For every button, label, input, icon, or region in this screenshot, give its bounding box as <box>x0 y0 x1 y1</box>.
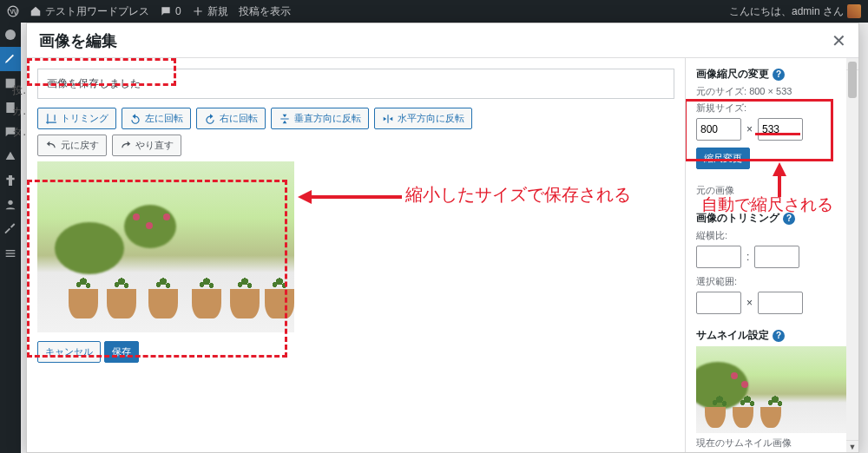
original-size: 元のサイズ: 800 × 533 <box>696 85 848 98</box>
avatar <box>847 4 861 18</box>
new-content-link[interactable]: 新規 <box>192 4 228 19</box>
help-icon[interactable]: ? <box>783 213 795 225</box>
ratio-separator: : <box>746 251 749 263</box>
comments-link[interactable]: 0 <box>160 5 181 17</box>
save-button[interactable]: 保存 <box>104 341 139 363</box>
aspect-inputs: : <box>696 246 848 268</box>
dimension-separator: × <box>746 297 753 309</box>
selection-height-input[interactable] <box>758 292 803 314</box>
aspect-label: 縦横比: <box>696 229 848 242</box>
crop-heading: 画像のトリミング ? <box>696 211 848 226</box>
cancel-button[interactable]: キャンセル <box>37 341 101 363</box>
wp-logo[interactable] <box>7 5 19 17</box>
editor-sidebar: 画像縮尺の変更 ? 元のサイズ: 800 × 533 新規サイズ: × 縮尺変更 <box>685 58 858 452</box>
editor-main: 画像を保存しました トリミング 左に回転 右に回転 垂直方向に反転 <box>27 58 685 452</box>
greeting[interactable]: こんにちは、admin さん <box>729 4 861 19</box>
site-name-link[interactable]: テスト用ワードプレス <box>30 4 149 19</box>
view-post-link[interactable]: 投稿を表示 <box>239 4 291 19</box>
flip-horizontal-icon <box>382 113 394 125</box>
svg-point-1 <box>5 30 16 40</box>
rotate-left-icon <box>129 113 141 125</box>
comments-count: 0 <box>175 5 181 17</box>
thumbnail-preview <box>696 346 848 433</box>
sidebar-tools[interactable] <box>0 217 21 241</box>
close-button[interactable]: ✕ <box>832 30 846 51</box>
notice-text: 画像を保存しました <box>47 77 141 89</box>
scale-apply-button[interactable]: 縮尺変更 <box>696 148 750 169</box>
flip-vertical-button[interactable]: 垂直方向に反転 <box>271 108 369 129</box>
sidebar-dashboard[interactable] <box>0 23 21 47</box>
sidebar-appearance[interactable] <box>0 144 21 168</box>
rotate-right-button[interactable]: 右に回転 <box>196 108 266 129</box>
modal-title: 画像を編集 <box>39 30 117 51</box>
scroll-down-icon[interactable]: ▼ <box>846 440 858 452</box>
new-size-label: 新規サイズ: <box>696 102 848 115</box>
image-canvas[interactable] <box>37 161 294 332</box>
selection-width-input[interactable] <box>696 292 741 314</box>
scale-height-input[interactable] <box>758 118 803 141</box>
flip-vertical-icon <box>279 113 291 125</box>
scale-heading: 画像縮尺の変更 ? <box>696 67 848 82</box>
sidebar-scrollbar[interactable]: ▲ ▼ <box>846 58 858 452</box>
image-toolbar: トリミング 左に回転 右に回転 垂直方向に反転 水平方向に反転 <box>37 108 674 129</box>
modal-header: 画像を編集 ✕ <box>27 23 858 58</box>
aspect-height-input[interactable] <box>754 246 799 268</box>
sidebar-plugins[interactable] <box>0 168 21 193</box>
edit-image-modal: 画像を編集 ✕ 画像を保存しました トリミング 左に回転 右に回転 <box>26 23 859 453</box>
thumbnail-caption: 現在のサムネイル画像 <box>696 437 848 450</box>
history-toolbar: 元に戻す やり直す <box>37 135 674 156</box>
restore-section: 元の画像 <box>696 183 848 197</box>
wp-admin-bar: テスト用ワードプレス 0 新規 投稿を表示 こんにちは、admin さん <box>0 0 868 23</box>
scale-section: 画像縮尺の変更 ? 元のサイズ: 800 × 533 新規サイズ: × 縮尺変更 <box>696 67 848 169</box>
dimension-separator: × <box>746 123 753 135</box>
rotate-left-button[interactable]: 左に回転 <box>122 108 191 129</box>
crop-icon <box>45 113 57 125</box>
thumbnail-heading: サムネイル設定 ? <box>696 328 848 343</box>
image-preview <box>37 161 294 332</box>
restore-label: 元の画像 <box>696 185 734 195</box>
scroll-thumb[interactable] <box>848 62 857 98</box>
svg-rect-5 <box>6 250 16 251</box>
flip-horizontal-button[interactable]: 水平方向に反転 <box>374 108 472 129</box>
comment-icon <box>160 5 172 17</box>
svg-rect-7 <box>6 256 16 257</box>
save-notice: 画像を保存しました <box>37 69 674 99</box>
wordpress-icon <box>7 5 19 17</box>
thumbnail-section: サムネイル設定 ? 現在のサムネイル画像 <box>696 328 848 450</box>
aspect-width-input[interactable] <box>696 246 741 268</box>
redo-icon <box>120 140 132 152</box>
rotate-right-icon <box>204 113 216 125</box>
plus-icon <box>192 5 204 17</box>
help-icon[interactable]: ? <box>773 69 785 81</box>
annotation-arrow-main <box>298 188 402 206</box>
crop-section: 画像のトリミング ? 縦横比: : 選択範囲: × <box>696 211 848 314</box>
crop-button[interactable]: トリミング <box>37 108 116 129</box>
sidebar-users[interactable] <box>0 193 21 217</box>
selection-inputs: × <box>696 292 848 314</box>
scale-inputs: × <box>696 118 848 141</box>
undo-icon <box>45 140 57 152</box>
help-icon[interactable]: ? <box>773 330 785 342</box>
annotation-text-main: 縮小したサイズで保存される <box>405 183 631 207</box>
footer-actions: キャンセル 保存 <box>37 341 674 363</box>
svg-rect-6 <box>6 253 16 253</box>
sidebar-settings[interactable] <box>0 241 21 266</box>
sidebar-posts[interactable] <box>0 47 21 71</box>
site-name: テスト用ワードプレス <box>45 4 149 19</box>
selection-label: 選択範囲: <box>696 275 848 288</box>
svg-point-4 <box>8 200 12 205</box>
new-label: 新規 <box>207 4 228 19</box>
scale-width-input[interactable] <box>696 118 741 141</box>
redo-button[interactable]: やり直す <box>112 135 181 156</box>
undo-button[interactable]: 元に戻す <box>37 135 107 156</box>
home-icon <box>30 5 42 17</box>
